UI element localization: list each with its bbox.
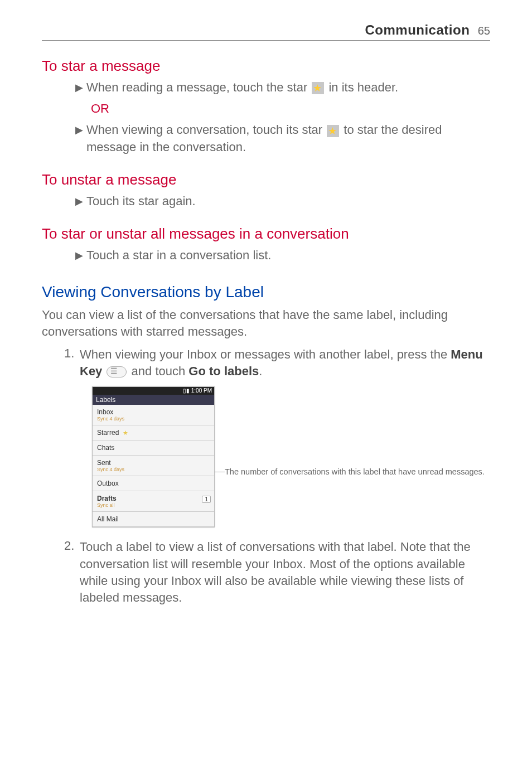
label-text: Sent <box>97 459 111 467</box>
callout-text: The number of conversations with this la… <box>225 467 485 476</box>
star-icon <box>312 82 324 94</box>
text: Touch a star in a conversation list. <box>86 247 271 264</box>
phone-screenshot: ▯▮ 1:00 PM Labels Inbox Sync 4 days Star… <box>92 386 215 527</box>
label-sent[interactable]: Sent Sync 4 days <box>93 456 214 476</box>
text: When reading a message, touch the star <box>86 80 311 94</box>
triangle-icon: ▶ <box>75 247 83 264</box>
menu-key-icon <box>107 366 127 377</box>
label-drafts[interactable]: Drafts 1 Sync all <box>93 491 214 512</box>
bullet-unstar: ▶ Touch its star again. <box>42 193 490 210</box>
label-sub: Sync 4 days <box>97 467 210 472</box>
intro-text: You can view a list of the conversations… <box>42 307 490 341</box>
label-sub: Sync 4 days <box>97 416 210 422</box>
section-title: Communication <box>365 22 470 37</box>
label-inbox[interactable]: Inbox Sync 4 days <box>93 405 214 425</box>
or-label: OR <box>42 101 490 116</box>
labels-header: Labels <box>93 395 214 405</box>
label-text: Drafts <box>97 495 117 502</box>
text: in its header. <box>328 80 398 94</box>
label-chats[interactable]: Chats <box>93 440 214 456</box>
header: Communication 65 <box>42 22 490 41</box>
label-text: Inbox <box>97 408 113 416</box>
step-2-text: Touch a label to view a list of conversa… <box>80 539 490 606</box>
triangle-icon: ▶ <box>75 79 83 96</box>
status-bar: ▯▮ 1:00 PM <box>93 387 214 395</box>
label-text: All Mail <box>97 515 119 523</box>
label-text: Outbox <box>97 480 119 487</box>
step-1: 1. When viewing your Inbox or messages w… <box>42 346 490 380</box>
heading-viewing-by-label: Viewing Conversations by Label <box>42 283 490 301</box>
status-time: 1:00 PM <box>191 388 212 394</box>
label-text: Starred <box>97 429 119 437</box>
text: When viewing your Inbox or messages with… <box>80 347 451 361</box>
label-outbox[interactable]: Outbox <box>93 476 214 491</box>
goto-labels-label: Go to labels <box>188 364 259 378</box>
step-2: 2. Touch a label to view a list of conve… <box>42 539 490 606</box>
text: and touch <box>132 364 189 378</box>
text: . <box>259 364 262 378</box>
bullet-view-conversation: ▶ When viewing a conversation, touch its… <box>42 122 490 156</box>
page-number: 65 <box>478 25 490 37</box>
heading-unstar: To unstar a message <box>42 171 490 188</box>
bullet-star-all: ▶ Touch a star in a conversation list. <box>42 247 490 264</box>
text: Touch its star again. <box>86 193 196 210</box>
triangle-icon: ▶ <box>75 193 83 210</box>
step-number: 1. <box>64 346 80 380</box>
drafts-badge: 1 <box>202 496 211 503</box>
label-sub: Sync all <box>97 502 210 508</box>
text: When viewing a conversation, touch its s… <box>86 123 326 137</box>
signal-icon: ▯▮ <box>183 388 190 394</box>
label-all-mail[interactable]: All Mail <box>93 512 214 527</box>
label-starred[interactable]: Starred ★ <box>93 425 214 440</box>
triangle-icon: ▶ <box>75 122 83 156</box>
star-icon: ★ <box>123 429 128 436</box>
bullet-read-message: ▶ When reading a message, touch the star… <box>42 79 490 96</box>
heading-star-all: To star or unstar all messages in a conv… <box>42 225 490 243</box>
heading-star-message: To star a message <box>42 57 490 75</box>
screenshot-figure: ▯▮ 1:00 PM Labels Inbox Sync 4 days Star… <box>92 386 490 527</box>
label-text: Chats <box>97 444 114 452</box>
step-number: 2. <box>64 539 80 606</box>
star-icon <box>327 125 339 137</box>
